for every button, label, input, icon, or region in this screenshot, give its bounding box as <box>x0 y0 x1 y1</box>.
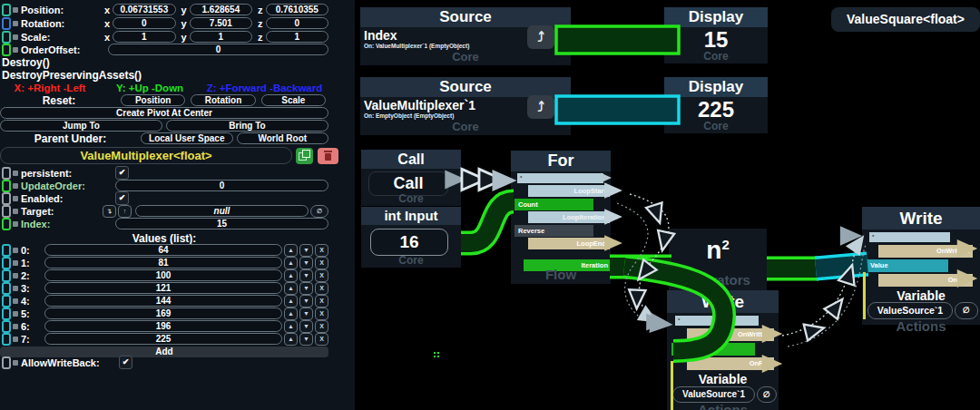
drag-handle-icon[interactable] <box>13 260 18 266</box>
allow-write-back-checkbox[interactable]: ✔ <box>119 356 132 369</box>
update-order-field[interactable]: 0 <box>115 180 328 191</box>
value-field[interactable]: 225 <box>44 333 282 345</box>
wire-square-to-write-value[interactable] <box>767 264 867 268</box>
reset-rotation-button[interactable]: Rotation <box>191 94 255 106</box>
value-field[interactable]: 64 <box>44 244 282 256</box>
position-z-field[interactable]: 0.7610355 <box>266 4 328 15</box>
enabled-checkbox[interactable]: ✔ <box>115 191 129 205</box>
loopend-output-port[interactable]: LoopEnd <box>528 238 610 249</box>
scale-z-field[interactable]: 1 <box>266 31 328 43</box>
onwritten-output-port[interactable]: OnWritten <box>687 328 774 341</box>
index-field[interactable]: 15 <box>115 218 328 229</box>
remove-button[interactable]: X <box>315 308 328 320</box>
scale-x-field[interactable]: 1 <box>113 31 175 43</box>
move-up-button[interactable]: ▲ <box>284 282 298 295</box>
drag-handle-icon[interactable] <box>13 337 18 342</box>
reset-position-button[interactable]: Position <box>121 94 185 106</box>
destroy-preserving-assets-button[interactable]: DestroyPreservingAssets() <box>2 69 142 81</box>
rotation-x-field[interactable]: 0 <box>113 17 175 29</box>
drag-handle-icon[interactable] <box>13 311 18 317</box>
node-display-15[interactable]: Display 15 Core <box>664 7 768 63</box>
target-jump-button[interactable]: ↴ <box>103 205 116 218</box>
node-source-index[interactable]: Source Index On: ValueMultiplexer`1 (Emp… <box>360 7 571 65</box>
onfail-output-port[interactable]: OnFail <box>878 274 973 287</box>
add-button[interactable]: Add <box>0 347 328 357</box>
jump-to-button[interactable]: Jump To <box>0 120 162 132</box>
drag-handle-icon[interactable] <box>13 360 18 366</box>
impulse-input-port[interactable]: * <box>869 232 950 242</box>
loopstart-output-port[interactable]: LoopStart <box>528 185 610 197</box>
move-up-button[interactable]: ▲ <box>284 257 298 269</box>
move-down-button[interactable]: ▼ <box>299 244 313 257</box>
node-call[interactable]: Call Call Core <box>361 150 461 206</box>
remove-button[interactable]: X <box>315 282 328 295</box>
wire-intinput-to-count[interactable] <box>461 201 514 243</box>
move-down-button[interactable]: ▼ <box>299 269 313 282</box>
move-up-button[interactable]: ▲ <box>284 295 298 308</box>
count-input-port[interactable]: Count <box>514 199 593 210</box>
remove-button[interactable]: X <box>315 257 328 269</box>
target-clear-button[interactable]: ∅ <box>310 205 328 218</box>
local-user-space-button[interactable]: Local User Space <box>141 132 233 144</box>
world-root-button[interactable]: World Root <box>237 132 329 144</box>
node-display-225[interactable]: Display 225 Core <box>664 77 768 133</box>
drag-handle-icon[interactable] <box>13 298 18 304</box>
reset-scale-button[interactable]: Scale <box>261 94 326 106</box>
jump-to-reference-icon[interactable]: ⤴ <box>527 95 554 119</box>
value-field[interactable]: 121 <box>44 282 282 294</box>
drag-handle-icon[interactable] <box>13 183 18 189</box>
move-down-button[interactable]: ▼ <box>299 333 313 346</box>
onwritten-output-port[interactable]: OnWritten <box>878 245 973 258</box>
node-source-multiplexer[interactable]: Source ValueMultiplexer`1 On: EmptyObjec… <box>360 77 571 135</box>
node-for[interactable]: For * LoopStart Count LoopIteration Reve… <box>511 151 611 284</box>
create-pivot-button[interactable]: Create Pivot At Center <box>0 107 328 119</box>
remove-button[interactable]: X <box>315 295 328 308</box>
node-browser-item-valuesquare[interactable]: ValueSquare<float> <box>831 7 980 32</box>
move-down-button[interactable]: ▼ <box>299 320 313 333</box>
wire-mux-to-display[interactable] <box>556 96 679 123</box>
drag-handle-icon[interactable] <box>13 324 18 329</box>
drag-handle-icon[interactable] <box>13 209 18 214</box>
jump-to-reference-icon[interactable]: ⤴ <box>527 25 554 49</box>
reverse-input-port[interactable]: Reverse <box>514 225 593 237</box>
node-square[interactable]: n2 Operators <box>669 229 767 290</box>
wire-onwritten-to-write[interactable] <box>782 230 871 347</box>
remove-button[interactable]: X <box>315 269 328 282</box>
position-y-field[interactable]: 1.628654 <box>190 4 252 15</box>
component-title[interactable]: ValueMultiplexer<float> <box>0 147 292 164</box>
value-field[interactable]: 81 <box>44 257 282 268</box>
move-up-button[interactable]: ▲ <box>284 244 298 257</box>
impulse-input-port[interactable]: * <box>675 316 759 326</box>
value-input-port[interactable]: Value <box>671 343 755 356</box>
clear-reference-button[interactable]: ∅ <box>757 386 777 403</box>
onfail-output-port[interactable]: OnFail <box>687 357 774 370</box>
drag-handle-icon[interactable] <box>13 21 18 26</box>
loopiteration-output-port[interactable]: LoopIteration <box>528 211 610 223</box>
impulse-input-port[interactable]: * <box>517 173 603 183</box>
target-up-button[interactable]: ↑ <box>118 205 132 218</box>
bring-to-button[interactable]: Bring To <box>166 120 328 132</box>
value-input-port[interactable]: Value <box>867 259 948 272</box>
valuesource-reference[interactable]: ValueSource`1 <box>672 386 755 403</box>
move-up-button[interactable]: ▲ <box>284 308 298 320</box>
drag-handle-icon[interactable] <box>13 47 18 53</box>
node-write-bottom[interactable]: Write * OnWritten Value OnFail Variable … <box>667 290 779 410</box>
value-field[interactable]: 169 <box>44 308 282 319</box>
rotation-z-field[interactable]: 0 <box>266 17 328 29</box>
move-down-button[interactable]: ▼ <box>299 308 313 320</box>
persistent-checkbox[interactable]: ✔ <box>115 166 129 180</box>
value-field[interactable]: 100 <box>44 269 282 281</box>
node-int-input[interactable]: int Input 16 Core <box>361 207 461 268</box>
drag-handle-icon[interactable] <box>13 34 18 40</box>
drag-handle-icon[interactable] <box>13 286 18 291</box>
clear-reference-button[interactable]: ∅ <box>955 302 978 319</box>
wire-loopiteration-to-write[interactable] <box>617 194 674 335</box>
drag-handle-icon[interactable] <box>13 248 18 253</box>
move-up-button[interactable]: ▲ <box>284 333 298 346</box>
move-up-button[interactable]: ▲ <box>284 269 298 282</box>
rotation-y-field[interactable]: 7.501 <box>190 17 252 29</box>
remove-button[interactable]: X <box>315 333 328 346</box>
trash-icon[interactable] <box>318 148 338 164</box>
wire-index-to-display[interactable] <box>556 26 679 54</box>
drag-handle-icon[interactable] <box>13 221 18 227</box>
